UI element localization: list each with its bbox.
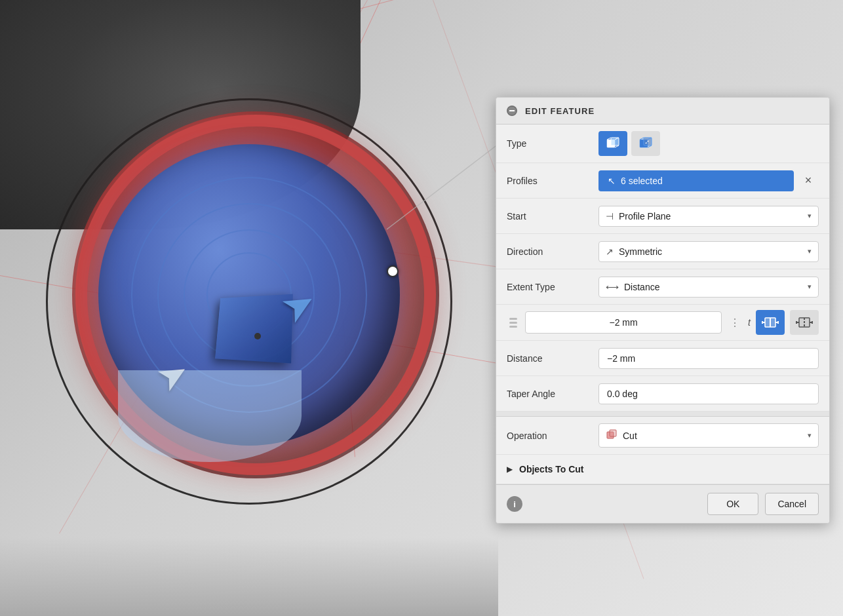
distance-input-row: ⋮ t xyxy=(496,305,829,341)
type-row: Type xyxy=(496,125,829,163)
operation-label: Operation xyxy=(507,431,598,441)
operation-value: Cut xyxy=(623,431,802,441)
drag-bar-3 xyxy=(509,326,517,328)
extent-type-control: ⟷ Distance ▾ xyxy=(598,277,819,298)
distance-field-control xyxy=(598,348,819,369)
chevron-down-icon: ▾ xyxy=(808,247,812,256)
taper-angle-label: Taper Angle xyxy=(507,389,598,399)
type-label: Type xyxy=(507,138,598,149)
start-value: Profile Plane xyxy=(619,211,802,221)
direction-row: Direction ↗ Symmetric ▾ xyxy=(496,234,829,269)
start-dropdown[interactable]: ⊣ Profile Plane ▾ xyxy=(598,206,819,227)
extent-type-dropdown[interactable]: ⟷ Distance ▾ xyxy=(598,277,819,298)
objects-to-cut-section[interactable]: ▶ Objects To Cut xyxy=(496,455,829,484)
minus-circle-icon xyxy=(507,106,517,116)
dots-menu-button[interactable]: ⋮ xyxy=(727,314,743,332)
svg-rect-2 xyxy=(509,110,515,111)
select-icon: ↖ xyxy=(608,176,616,186)
extent-symmetric-button[interactable] xyxy=(756,310,785,335)
extent-type-value: Distance xyxy=(624,282,802,292)
cut-icon xyxy=(606,429,618,442)
panel-title: EDIT FEATURE xyxy=(525,106,595,116)
info-icon[interactable]: i xyxy=(507,496,522,512)
distance-icon: ⟷ xyxy=(606,282,619,292)
taper-angle-control xyxy=(598,383,819,404)
distance-value-input[interactable] xyxy=(598,348,819,369)
ok-button[interactable]: OK xyxy=(707,493,758,515)
distance-main-input[interactable] xyxy=(525,311,722,334)
objects-to-cut-label: Objects To Cut xyxy=(519,464,584,474)
direction-label: Direction xyxy=(507,246,598,257)
panel-body: Type xyxy=(496,125,829,484)
cancel-button[interactable]: Cancel xyxy=(765,493,819,515)
start-row: Start ⊣ Profile Plane ▾ xyxy=(496,199,829,234)
extent-type-row: Extent Type ⟷ Distance ▾ xyxy=(496,269,829,305)
svg-rect-4 xyxy=(611,138,619,145)
profiles-label: Profiles xyxy=(507,176,598,186)
light-blue-arc xyxy=(118,370,302,462)
extent-asymmetric-button[interactable] xyxy=(790,310,819,335)
clear-profiles-button[interactable]: × xyxy=(798,170,819,191)
expand-arrow-icon: ▶ xyxy=(507,465,513,474)
start-control: ⊣ Profile Plane ▾ xyxy=(598,206,819,227)
direction-dropdown[interactable]: ↗ Symmetric ▾ xyxy=(598,241,819,262)
type-button-2[interactable] xyxy=(631,131,660,156)
panel-footer: i OK Cancel xyxy=(496,484,829,523)
drag-bar-2 xyxy=(509,322,517,324)
start-label: Start xyxy=(507,211,598,221)
profiles-button[interactable]: ↖ 6 selected xyxy=(598,170,794,191)
taper-angle-row: Taper Angle xyxy=(496,376,829,412)
drag-handle[interactable] xyxy=(507,315,520,330)
chevron-down-icon: ▾ xyxy=(808,282,812,291)
profiles-count: 6 selected xyxy=(621,176,663,186)
symmetric-icon: ↗ xyxy=(606,246,614,257)
distance-field-row: Distance xyxy=(496,341,829,376)
drag-bar-1 xyxy=(509,318,517,320)
3d-disc-assembly: ➤ ➤ xyxy=(39,79,459,498)
type-control xyxy=(598,131,819,156)
edit-feature-panel: EDIT FEATURE Type xyxy=(496,97,830,524)
chevron-down-icon: ▾ xyxy=(808,212,812,220)
center-point xyxy=(254,333,261,339)
panel-header: EDIT FEATURE xyxy=(496,98,829,125)
distance-label: Distance xyxy=(507,353,598,364)
operation-dropdown[interactable]: Cut ▾ xyxy=(598,423,819,448)
direction-value: Symmetric xyxy=(619,246,802,257)
svg-line-5 xyxy=(607,138,611,140)
gray-bottom-area xyxy=(0,537,498,616)
extent-type-label: Extent Type xyxy=(507,282,598,292)
svg-line-10 xyxy=(640,138,644,140)
svg-rect-27 xyxy=(610,430,616,436)
taper-angle-input[interactable] xyxy=(598,383,819,404)
connector-point xyxy=(387,265,399,277)
chevron-down-icon: ▾ xyxy=(808,431,812,440)
operation-control: Cut ▾ xyxy=(598,423,819,448)
operation-row: Operation Cut ▾ xyxy=(496,417,829,455)
profiles-row: Profiles ↖ 6 selected × xyxy=(496,163,829,199)
t-label: t xyxy=(748,317,751,328)
direction-control: ↗ Symmetric ▾ xyxy=(598,241,819,262)
profiles-control: ↖ 6 selected × xyxy=(598,170,819,191)
separator xyxy=(496,412,829,417)
type-button-1[interactable] xyxy=(598,131,627,156)
profile-plane-icon: ⊣ xyxy=(606,211,614,221)
